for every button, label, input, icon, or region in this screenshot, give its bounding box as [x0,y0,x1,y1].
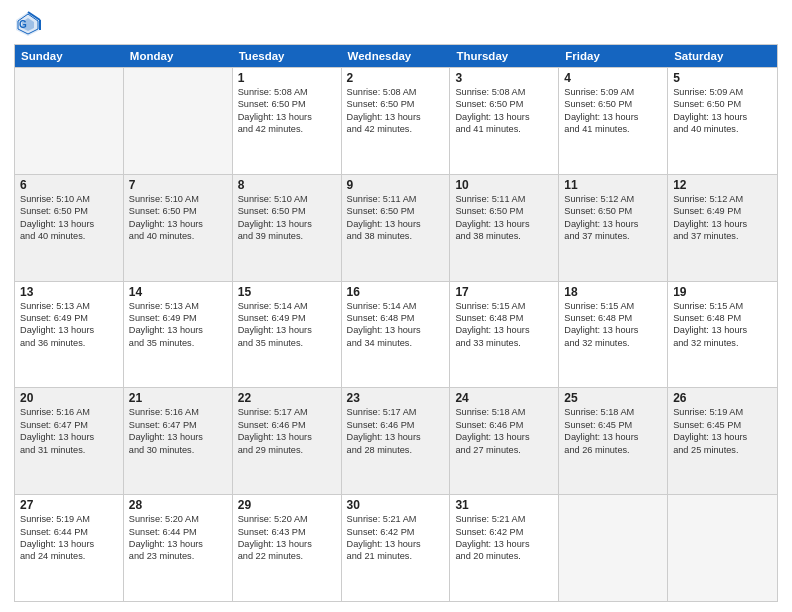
cal-cell [559,495,668,601]
day-info: Sunrise: 5:19 AM Sunset: 6:45 PM Dayligh… [673,406,772,456]
cal-cell: 24Sunrise: 5:18 AM Sunset: 6:46 PM Dayli… [450,388,559,494]
day-info: Sunrise: 5:18 AM Sunset: 6:46 PM Dayligh… [455,406,553,456]
day-info: Sunrise: 5:10 AM Sunset: 6:50 PM Dayligh… [238,193,336,243]
day-info: Sunrise: 5:09 AM Sunset: 6:50 PM Dayligh… [564,86,662,136]
cal-cell: 8Sunrise: 5:10 AM Sunset: 6:50 PM Daylig… [233,175,342,281]
day-number: 11 [564,178,662,192]
cal-cell: 20Sunrise: 5:16 AM Sunset: 6:47 PM Dayli… [15,388,124,494]
cal-cell: 25Sunrise: 5:18 AM Sunset: 6:45 PM Dayli… [559,388,668,494]
cal-cell: 27Sunrise: 5:19 AM Sunset: 6:44 PM Dayli… [15,495,124,601]
day-number: 14 [129,285,227,299]
page: G SundayMondayTuesdayWednesdayThursdayFr… [0,0,792,612]
cal-cell: 14Sunrise: 5:13 AM Sunset: 6:49 PM Dayli… [124,282,233,388]
day-info: Sunrise: 5:10 AM Sunset: 6:50 PM Dayligh… [129,193,227,243]
calendar-body: 1Sunrise: 5:08 AM Sunset: 6:50 PM Daylig… [15,67,777,601]
day-info: Sunrise: 5:08 AM Sunset: 6:50 PM Dayligh… [238,86,336,136]
day-info: Sunrise: 5:19 AM Sunset: 6:44 PM Dayligh… [20,513,118,563]
header-day-sunday: Sunday [15,45,124,67]
week-row-2: 6Sunrise: 5:10 AM Sunset: 6:50 PM Daylig… [15,174,777,281]
day-info: Sunrise: 5:14 AM Sunset: 6:48 PM Dayligh… [347,300,445,350]
day-number: 24 [455,391,553,405]
cal-cell: 7Sunrise: 5:10 AM Sunset: 6:50 PM Daylig… [124,175,233,281]
day-info: Sunrise: 5:15 AM Sunset: 6:48 PM Dayligh… [564,300,662,350]
cal-cell [15,68,124,174]
cal-cell: 6Sunrise: 5:10 AM Sunset: 6:50 PM Daylig… [15,175,124,281]
header-day-tuesday: Tuesday [233,45,342,67]
day-info: Sunrise: 5:11 AM Sunset: 6:50 PM Dayligh… [347,193,445,243]
day-number: 3 [455,71,553,85]
cal-cell: 18Sunrise: 5:15 AM Sunset: 6:48 PM Dayli… [559,282,668,388]
day-number: 4 [564,71,662,85]
day-info: Sunrise: 5:21 AM Sunset: 6:42 PM Dayligh… [455,513,553,563]
cal-cell: 19Sunrise: 5:15 AM Sunset: 6:48 PM Dayli… [668,282,777,388]
logo: G [14,10,44,38]
day-info: Sunrise: 5:16 AM Sunset: 6:47 PM Dayligh… [20,406,118,456]
day-info: Sunrise: 5:17 AM Sunset: 6:46 PM Dayligh… [347,406,445,456]
header-day-saturday: Saturday [668,45,777,67]
day-info: Sunrise: 5:18 AM Sunset: 6:45 PM Dayligh… [564,406,662,456]
day-number: 20 [20,391,118,405]
day-info: Sunrise: 5:15 AM Sunset: 6:48 PM Dayligh… [673,300,772,350]
cal-cell: 17Sunrise: 5:15 AM Sunset: 6:48 PM Dayli… [450,282,559,388]
day-info: Sunrise: 5:20 AM Sunset: 6:43 PM Dayligh… [238,513,336,563]
header-day-friday: Friday [559,45,668,67]
cal-cell: 22Sunrise: 5:17 AM Sunset: 6:46 PM Dayli… [233,388,342,494]
day-info: Sunrise: 5:12 AM Sunset: 6:50 PM Dayligh… [564,193,662,243]
cal-cell: 11Sunrise: 5:12 AM Sunset: 6:50 PM Dayli… [559,175,668,281]
week-row-5: 27Sunrise: 5:19 AM Sunset: 6:44 PM Dayli… [15,494,777,601]
day-info: Sunrise: 5:15 AM Sunset: 6:48 PM Dayligh… [455,300,553,350]
cal-cell: 3Sunrise: 5:08 AM Sunset: 6:50 PM Daylig… [450,68,559,174]
cal-cell: 26Sunrise: 5:19 AM Sunset: 6:45 PM Dayli… [668,388,777,494]
day-number: 12 [673,178,772,192]
day-number: 8 [238,178,336,192]
day-info: Sunrise: 5:20 AM Sunset: 6:44 PM Dayligh… [129,513,227,563]
week-row-4: 20Sunrise: 5:16 AM Sunset: 6:47 PM Dayli… [15,387,777,494]
day-number: 5 [673,71,772,85]
header-day-thursday: Thursday [450,45,559,67]
cal-cell [124,68,233,174]
day-info: Sunrise: 5:14 AM Sunset: 6:49 PM Dayligh… [238,300,336,350]
cal-cell: 31Sunrise: 5:21 AM Sunset: 6:42 PM Dayli… [450,495,559,601]
calendar-header: SundayMondayTuesdayWednesdayThursdayFrid… [15,45,777,67]
day-number: 19 [673,285,772,299]
day-number: 25 [564,391,662,405]
day-number: 30 [347,498,445,512]
day-number: 1 [238,71,336,85]
week-row-1: 1Sunrise: 5:08 AM Sunset: 6:50 PM Daylig… [15,67,777,174]
day-number: 29 [238,498,336,512]
day-number: 17 [455,285,553,299]
cal-cell: 23Sunrise: 5:17 AM Sunset: 6:46 PM Dayli… [342,388,451,494]
day-number: 2 [347,71,445,85]
day-info: Sunrise: 5:12 AM Sunset: 6:49 PM Dayligh… [673,193,772,243]
svg-text:G: G [19,19,27,30]
day-number: 13 [20,285,118,299]
cal-cell: 16Sunrise: 5:14 AM Sunset: 6:48 PM Dayli… [342,282,451,388]
day-number: 15 [238,285,336,299]
day-info: Sunrise: 5:13 AM Sunset: 6:49 PM Dayligh… [129,300,227,350]
day-number: 22 [238,391,336,405]
cal-cell: 9Sunrise: 5:11 AM Sunset: 6:50 PM Daylig… [342,175,451,281]
cal-cell: 21Sunrise: 5:16 AM Sunset: 6:47 PM Dayli… [124,388,233,494]
day-number: 9 [347,178,445,192]
day-info: Sunrise: 5:10 AM Sunset: 6:50 PM Dayligh… [20,193,118,243]
day-info: Sunrise: 5:13 AM Sunset: 6:49 PM Dayligh… [20,300,118,350]
cal-cell: 13Sunrise: 5:13 AM Sunset: 6:49 PM Dayli… [15,282,124,388]
cal-cell: 10Sunrise: 5:11 AM Sunset: 6:50 PM Dayli… [450,175,559,281]
cal-cell: 30Sunrise: 5:21 AM Sunset: 6:42 PM Dayli… [342,495,451,601]
day-info: Sunrise: 5:08 AM Sunset: 6:50 PM Dayligh… [455,86,553,136]
day-info: Sunrise: 5:21 AM Sunset: 6:42 PM Dayligh… [347,513,445,563]
day-info: Sunrise: 5:16 AM Sunset: 6:47 PM Dayligh… [129,406,227,456]
day-info: Sunrise: 5:09 AM Sunset: 6:50 PM Dayligh… [673,86,772,136]
day-number: 27 [20,498,118,512]
cal-cell: 29Sunrise: 5:20 AM Sunset: 6:43 PM Dayli… [233,495,342,601]
calendar: SundayMondayTuesdayWednesdayThursdayFrid… [14,44,778,602]
week-row-3: 13Sunrise: 5:13 AM Sunset: 6:49 PM Dayli… [15,281,777,388]
day-number: 26 [673,391,772,405]
cal-cell [668,495,777,601]
cal-cell: 15Sunrise: 5:14 AM Sunset: 6:49 PM Dayli… [233,282,342,388]
day-number: 10 [455,178,553,192]
day-number: 7 [129,178,227,192]
day-info: Sunrise: 5:11 AM Sunset: 6:50 PM Dayligh… [455,193,553,243]
cal-cell: 1Sunrise: 5:08 AM Sunset: 6:50 PM Daylig… [233,68,342,174]
cal-cell: 2Sunrise: 5:08 AM Sunset: 6:50 PM Daylig… [342,68,451,174]
